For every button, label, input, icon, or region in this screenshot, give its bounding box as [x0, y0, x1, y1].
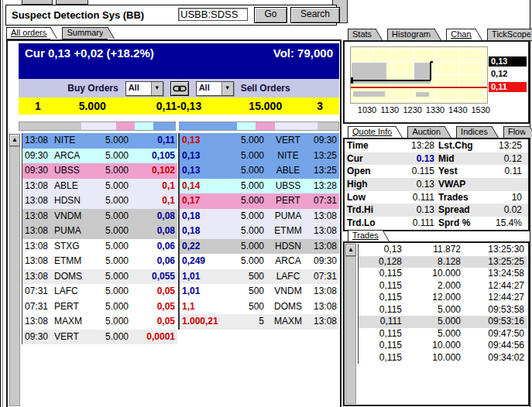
order-row-buy[interactable]: 13:08VNDM5.0000,08	[22, 209, 177, 224]
search-button[interactable]: Search	[290, 7, 340, 23]
order-row-buy[interactable]: 13:08PUMA5.0000,08	[22, 224, 177, 239]
scrollbar-track[interactable]	[9, 146, 20, 406]
page-title: Suspect Detection Sys (BB)	[12, 9, 144, 21]
trade-row[interactable]: 0,1288.12813:25:25	[359, 256, 527, 268]
depth-color-legend	[19, 121, 339, 131]
order-row-sell[interactable]: 0,2495.000ARCA09:30	[180, 254, 339, 269]
depth-band	[416, 92, 430, 97]
trade-row[interactable]: 0,1115.00009:53:16	[359, 316, 527, 328]
order-row-sell[interactable]: 0,135.000NITE13:25	[180, 149, 339, 164]
tab-trades[interactable]: Trades	[348, 230, 383, 242]
order-row-buy[interactable]: 09:30ARCA5.0000,105	[22, 149, 177, 164]
go-button[interactable]: Go	[254, 7, 287, 23]
market-maker-id: PERT	[54, 299, 91, 315]
trade-price: 0,111	[362, 316, 402, 328]
tab-auction[interactable]: Auction	[407, 126, 444, 139]
tab-summary[interactable]: Summary	[62, 27, 107, 39]
scrollbar-track[interactable]	[345, 256, 356, 404]
order-row-sell[interactable]: 0,185.000PUMA13:08	[180, 209, 339, 224]
trade-row[interactable]: 0,1155.00009:47:50	[359, 328, 527, 340]
price-step-line	[431, 61, 433, 63]
volume-text: Vol: 79,000	[273, 46, 333, 79]
scroll-up-icon[interactable]: ▲	[9, 134, 20, 146]
market-maker-id: HDSN	[270, 239, 306, 255]
tab-all-orders[interactable]: All orders	[6, 27, 50, 39]
trade-row[interactable]: 0,11510.00013:24:58	[359, 268, 527, 280]
bid-price: 0,0001	[132, 330, 175, 345]
bid-ask-range: 0,11-0,13	[128, 100, 230, 112]
order-row-buy[interactable]: 13:08STXG5.0000,06	[22, 239, 177, 255]
order-row-buy[interactable]: 13:08ETMM5.0000,06	[22, 254, 177, 269]
order-row-sell[interactable]: 1,01500VNDM13:08	[180, 284, 339, 299]
link-filters-button[interactable]	[170, 81, 189, 96]
market-maker-id: VNDM	[54, 209, 91, 224]
scroll-up-icon[interactable]: ▲	[345, 244, 356, 256]
trade-row[interactable]: 0,11510.00009:34:02	[359, 352, 527, 364]
bid-price: 0,05	[132, 284, 175, 299]
order-time: 13:08	[25, 269, 54, 285]
symbol-input[interactable]	[178, 8, 248, 21]
trade-row[interactable]: 0,1311.87213:25:30	[359, 244, 527, 256]
trade-qty: 2.000	[402, 280, 461, 292]
tab-flow[interactable]: Flow	[503, 126, 530, 139]
tab-histogram[interactable]: Histogram	[387, 29, 434, 41]
order-row-sell[interactable]: 0,135.000ABLE13:25	[180, 163, 339, 179]
order-row-buy[interactable]: 13:08ABLE5.0000,1	[22, 179, 177, 194]
chain-link-icon	[173, 84, 187, 93]
tab-indices[interactable]: Indices	[456, 126, 492, 139]
x-tick-label: 1530	[471, 105, 489, 115]
quote-value: 0.13	[390, 204, 438, 217]
order-row-sell[interactable]: 0,185.000ETMM13:08	[180, 224, 339, 239]
sell-filter-select[interactable]: All ▼	[196, 81, 234, 96]
order-row-sell[interactable]: 1,01500LAFC07:31	[180, 269, 339, 285]
book-scrollbar[interactable]: ▲	[9, 134, 20, 406]
order-row-sell[interactable]: 0,225.000HDSN13:08	[180, 239, 339, 255]
order-row-buy[interactable]: 07:31LAFC5.0000,05	[22, 284, 177, 299]
chevron-down-icon[interactable]: ▼	[151, 82, 163, 95]
tab-stats[interactable]: Stats	[348, 29, 376, 41]
order-row-buy[interactable]: 07:31PERT5.0000,05	[22, 299, 177, 315]
quote-tab-bar: Quote InfoAuctionIndicesFlow	[348, 126, 532, 138]
chevron-down-icon[interactable]: ▼	[221, 82, 233, 95]
quote-value: 0.111	[390, 217, 438, 230]
order-row-buy[interactable]: 13:08MAXM5.0000,05	[22, 314, 177, 330]
trades-tab-bar: Trades	[348, 230, 394, 241]
order-row-sell[interactable]: 0,175.000PERT07:31	[180, 193, 339, 209]
order-row-buy[interactable]: 09:30VERT5.0000,0001	[22, 330, 177, 345]
order-row-sell[interactable]: 1,1500DOMS13:08	[180, 299, 339, 315]
tab-tickscope[interactable]: TickScope	[487, 29, 532, 41]
quote-row: Trd.Lo0.111Sprd %15.4%	[345, 217, 528, 230]
market-maker-id: ARCA	[54, 149, 91, 164]
order-row-buy[interactable]: 13:08NITE5.0000,11	[22, 133, 177, 149]
order-row-buy[interactable]: 13:08HDSN5.0000,1	[22, 193, 177, 209]
trade-qty: 11.872	[402, 244, 461, 256]
trades-scrollbar[interactable]: ▲	[345, 244, 356, 404]
depth-legend-segment	[135, 122, 153, 130]
trade-price: 0,115	[362, 328, 402, 340]
order-time: 09:30	[25, 149, 54, 164]
order-row-sell[interactable]: 0,135.000VERT09:30	[180, 133, 339, 149]
buy-filter-select[interactable]: All ▼	[125, 81, 163, 96]
order-row-buy[interactable]: 09:30UBSS5.0000,102	[22, 163, 177, 179]
trades-panel: ▲ 0,1311.87213:25:300,1288.12813:25:250,…	[343, 241, 530, 406]
trade-price: 0,115	[362, 304, 402, 316]
order-row-sell[interactable]: 1.000,215MAXM13:08	[180, 314, 339, 330]
tab-chart[interactable]: Chart	[446, 29, 475, 41]
order-qty: 5.000	[91, 269, 132, 285]
trade-price: 0,115	[362, 352, 402, 364]
order-row-sell[interactable]: 0,145.000UBSS13:28	[180, 179, 339, 194]
tab-quote-info[interactable]: Quote Info	[348, 126, 396, 139]
trade-row[interactable]: 0,1155.00009:53:58	[359, 304, 527, 316]
order-qty: 500	[228, 269, 270, 285]
trade-row[interactable]: 0,1152.00012:44:27	[359, 280, 527, 292]
chart-gridline	[351, 49, 487, 50]
market-maker-id: MAXM	[54, 314, 91, 330]
trade-time: 09:53:58	[461, 304, 524, 316]
order-time: 13:08	[306, 224, 337, 239]
market-maker-id: PERT	[270, 193, 306, 209]
trade-row[interactable]: 0,11512.00012:44:27	[359, 292, 527, 304]
order-row-buy[interactable]: 13:08DOMS5.0000,055	[22, 269, 177, 285]
trade-row[interactable]: 0,11510.00009:44:56	[359, 340, 527, 352]
trade-price: 0,115	[362, 340, 402, 352]
order-qty: 5.000	[91, 179, 132, 194]
